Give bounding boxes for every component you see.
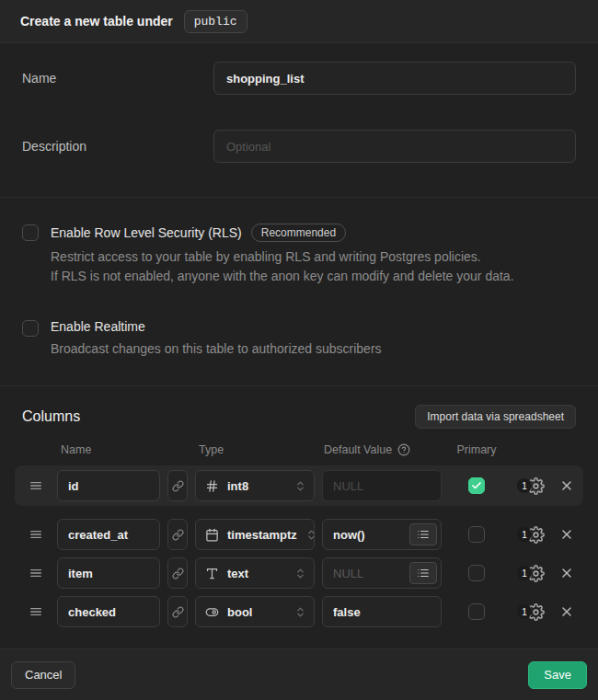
type-icon [205,567,219,580]
primary-checkbox[interactable] [468,477,485,494]
help-icon[interactable] [397,443,410,456]
column-name-input[interactable] [57,596,160,627]
foreign-key-link-icon[interactable] [167,519,188,550]
column-type-label: bool [227,605,286,619]
realtime-toggle-row: Enable Realtime Broadcast changes on thi… [22,319,576,359]
column-name-input[interactable] [57,519,160,550]
settings-count-badge: 1 [517,478,532,493]
settings-count-badge: 1 [517,527,532,542]
table-details-section: Name Description [0,43,598,198]
remove-column-button[interactable] [558,564,576,582]
toggle-icon [205,605,219,619]
column-type-select[interactable]: int8 [195,470,315,501]
column-type-select[interactable]: bool [195,596,315,627]
column-type-label: int8 [227,479,286,493]
remove-column-button[interactable] [558,602,576,621]
rls-description: Restrict access to your table by enablin… [51,247,514,286]
default-value-input[interactable] [333,528,409,542]
drag-handle-icon[interactable] [22,527,50,542]
rls-checkbox[interactable] [22,224,39,241]
chevrons-up-down-icon [294,568,306,580]
table-description-input[interactable] [213,130,576,163]
save-button[interactable]: Save [528,661,587,689]
column-row: bool 1 [15,596,583,627]
default-value-field[interactable] [322,519,442,550]
panel-title: Create a new table under [20,14,173,29]
rls-toggle-row: Enable Row Level Security (RLS) Recommen… [22,224,576,286]
columns-title: Columns [22,408,80,425]
column-row: int8 1 [15,465,583,506]
column-settings-button[interactable]: 1 [517,565,545,582]
foreign-key-link-icon[interactable] [167,596,188,627]
column-row: timestamptz 1 [15,519,583,550]
table-name-input[interactable] [213,62,576,95]
default-value-field[interactable] [322,557,442,589]
schema-chip: public [184,10,247,33]
columns-section: Columns Import data via spreadsheet Name… [0,386,598,648]
header-primary: Primary [449,443,504,456]
default-value-menu-button[interactable] [409,562,437,584]
default-value-field[interactable] [322,596,442,627]
settings-count-badge: 1 [517,604,532,619]
primary-checkbox[interactable] [468,603,485,620]
description-label: Description [22,139,213,154]
column-name-input[interactable] [57,470,160,501]
foreign-key-link-icon[interactable] [167,557,188,589]
realtime-description: Broadcast changes on this table to autho… [51,339,382,359]
import-spreadsheet-button[interactable]: Import data via spreadsheet [415,405,576,429]
column-name-input[interactable] [57,557,160,589]
calendar-icon [205,528,219,542]
column-type-select[interactable]: text [195,557,315,589]
column-settings-button[interactable]: 1 [517,477,545,495]
column-row: text 1 [15,557,583,589]
column-type-label: text [227,567,286,580]
foreign-key-link-icon[interactable] [167,470,188,501]
rls-label: Enable Row Level Security (RLS) [51,225,242,240]
drag-handle-icon[interactable] [22,478,50,493]
column-type-select[interactable]: timestamptz [195,519,315,550]
realtime-label: Enable Realtime [51,319,145,334]
drag-handle-icon[interactable] [22,604,50,619]
remove-column-button[interactable] [558,476,576,495]
column-settings-button[interactable]: 1 [517,526,545,544]
column-settings-button[interactable]: 1 [517,603,545,621]
table-options-section: Enable Row Level Security (RLS) Recommen… [0,198,598,386]
header-default-value: Default Value [322,443,442,456]
panel-footer: Cancel Save [0,648,598,700]
cancel-button[interactable]: Cancel [11,661,75,689]
name-label: Name [22,71,213,86]
drag-handle-icon[interactable] [22,566,50,580]
column-rows: int8 1 timestamptz [22,465,576,627]
panel-header: Create a new table under public [0,0,598,43]
default-value-input[interactable] [333,605,437,619]
columns-header-row: Name Type Default Value Primary [22,443,576,456]
recommended-badge: Recommended [251,224,346,242]
realtime-checkbox[interactable] [22,320,39,337]
hash-icon [205,479,219,493]
default-value-input[interactable] [333,479,437,493]
chevrons-up-down-icon [294,606,306,618]
primary-checkbox[interactable] [468,565,485,581]
header-name: Name [57,443,160,456]
chevrons-up-down-icon [305,529,317,541]
default-value-input[interactable] [333,567,409,580]
default-value-field[interactable] [322,470,442,501]
chevrons-up-down-icon [294,480,306,492]
settings-count-badge: 1 [517,566,532,580]
column-type-label: timestamptz [227,528,297,542]
remove-column-button[interactable] [558,525,576,544]
header-type: Type [195,443,315,456]
primary-checkbox[interactable] [468,526,485,543]
default-value-menu-button[interactable] [409,523,437,545]
